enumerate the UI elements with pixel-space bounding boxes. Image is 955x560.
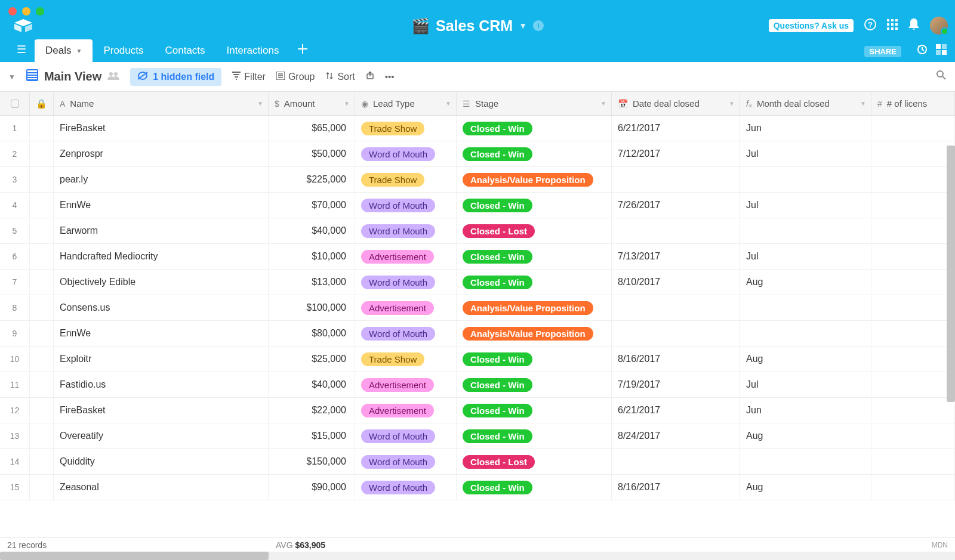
licenses-cell[interactable] <box>871 398 955 423</box>
hidden-fields-button[interactable]: 1 hidden field <box>130 68 221 86</box>
table-row[interactable]: 13Overeatify$15,000Word of MouthClosed -… <box>0 423 955 449</box>
table-row[interactable]: 7Objectively Edible$13,000Word of MouthC… <box>0 270 955 295</box>
amount-cell[interactable]: $40,000 <box>269 372 355 397</box>
amount-cell[interactable]: $90,000 <box>269 475 355 500</box>
stage-column-header[interactable]: ☰Stage▼ <box>457 92 612 115</box>
date-cell[interactable] <box>612 218 740 243</box>
table-row[interactable]: 15Zeasonal$90,000Word of MouthClosed - W… <box>0 475 955 500</box>
stage-cell[interactable]: Closed - Win <box>457 244 612 269</box>
amount-cell[interactable]: $25,000 <box>269 346 355 372</box>
lead-cell[interactable]: Advertisement <box>355 372 457 397</box>
name-cell[interactable]: EnnWe <box>54 193 269 218</box>
name-cell[interactable]: Zeasonal <box>54 475 269 500</box>
table-row[interactable]: 10Exploitr$25,000Trade ShowClosed - Win8… <box>0 346 955 372</box>
licenses-cell[interactable] <box>871 346 955 372</box>
date-cell[interactable]: 7/19/2017 <box>612 372 740 397</box>
licenses-cell[interactable] <box>871 244 955 269</box>
table-row[interactable]: 3pear.ly$225,000Trade ShowAnalysis/Value… <box>0 167 955 193</box>
table-row[interactable]: 8Consens.us$100,000AdvertisementAnalysis… <box>0 295 955 321</box>
licenses-cell[interactable] <box>871 270 955 295</box>
name-cell[interactable]: Earworm <box>54 218 269 243</box>
name-cell[interactable]: Handcrafted Mediocrity <box>54 244 269 269</box>
name-cell[interactable]: pear.ly <box>54 167 269 192</box>
month-cell[interactable] <box>740 167 871 192</box>
summary-avg[interactable]: AVG $63,905 <box>276 540 325 550</box>
horizontal-scrollbar[interactable] <box>0 552 955 560</box>
table-row[interactable]: 1FireBasket$65,000Trade ShowClosed - Win… <box>0 116 955 141</box>
history-icon[interactable] <box>917 44 928 57</box>
amount-cell[interactable]: $40,000 <box>269 218 355 243</box>
date-cell[interactable] <box>612 167 740 192</box>
date-cell[interactable]: 6/21/2017 <box>612 398 740 423</box>
date-cell[interactable]: 7/12/2017 <box>612 141 740 166</box>
amount-cell[interactable]: $15,000 <box>269 423 355 448</box>
lead-cell[interactable]: Word of Mouth <box>355 475 457 500</box>
chevron-down-icon[interactable]: ▼ <box>445 100 451 107</box>
stage-cell[interactable]: Closed - Win <box>457 116 612 141</box>
table-row[interactable]: 9EnnWe$80,000Word of MouthAnalysis/Value… <box>0 321 955 346</box>
amount-cell[interactable]: $65,000 <box>269 116 355 141</box>
views-dropdown-icon[interactable]: ▼ <box>8 73 16 81</box>
amount-cell[interactable]: $150,000 <box>269 449 355 474</box>
name-column-header[interactable]: AName▼ <box>54 92 269 115</box>
month-column-header[interactable]: fₓMonth deal closed▼ <box>740 92 871 115</box>
month-cell[interactable]: Jul <box>740 141 871 166</box>
licenses-cell[interactable] <box>871 321 955 346</box>
month-cell[interactable]: Aug <box>740 475 871 500</box>
sort-button[interactable]: Sort <box>325 72 355 82</box>
vertical-scrollbar-thumb[interactable] <box>947 146 955 402</box>
tab-products[interactable]: Products <box>93 39 154 62</box>
chevron-down-icon[interactable]: ▼ <box>729 100 735 107</box>
lead-cell[interactable]: Advertisement <box>355 295 457 320</box>
view-name[interactable]: Main View <box>26 69 119 84</box>
date-cell[interactable]: 8/16/2017 <box>612 346 740 372</box>
amount-cell[interactable]: $100,000 <box>269 295 355 320</box>
month-cell[interactable]: Aug <box>740 346 871 372</box>
name-cell[interactable]: Fastidio.us <box>54 372 269 397</box>
licenses-cell[interactable] <box>871 218 955 243</box>
stage-cell[interactable]: Analysis/Value Proposition <box>457 321 612 346</box>
date-cell[interactable] <box>612 449 740 474</box>
share-button[interactable]: SHARE <box>864 46 901 57</box>
lead-cell[interactable]: Word of Mouth <box>355 321 457 346</box>
lead-cell[interactable]: Word of Mouth <box>355 141 457 166</box>
licenses-cell[interactable] <box>871 141 955 166</box>
licenses-cell[interactable] <box>871 193 955 218</box>
app-logo-icon[interactable] <box>14 19 32 32</box>
lead-cell[interactable]: Word of Mouth <box>355 218 457 243</box>
date-column-header[interactable]: 📅Date deal closed▼ <box>612 92 740 115</box>
amount-cell[interactable]: $22,000 <box>269 398 355 423</box>
date-cell[interactable]: 7/26/2017 <box>612 193 740 218</box>
chevron-down-icon[interactable]: ▼ <box>257 100 263 107</box>
licenses-cell[interactable] <box>871 475 955 500</box>
amount-cell[interactable]: $70,000 <box>269 193 355 218</box>
amount-cell[interactable]: $10,000 <box>269 244 355 269</box>
name-cell[interactable]: FireBasket <box>54 116 269 141</box>
select-all-checkbox[interactable] <box>11 100 19 108</box>
collaborators-icon[interactable] <box>107 72 119 82</box>
name-cell[interactable]: EnnWe <box>54 321 269 346</box>
tab-interactions[interactable]: Interactions <box>216 39 290 62</box>
minimize-window-button[interactable] <box>22 7 30 16</box>
apps-grid-icon[interactable] <box>887 19 898 33</box>
help-icon[interactable]: ? <box>864 18 876 33</box>
tab-contacts[interactable]: Contacts <box>154 39 215 62</box>
month-cell[interactable]: Jul <box>740 244 871 269</box>
table-row[interactable]: 6Handcrafted Mediocrity$10,000Advertisem… <box>0 244 955 270</box>
lead-cell[interactable]: Advertisement <box>355 398 457 423</box>
stage-cell[interactable]: Closed - Lost <box>457 218 612 243</box>
lead-cell[interactable]: Trade Show <box>355 346 457 372</box>
horizontal-scrollbar-thumb[interactable] <box>0 552 269 560</box>
stage-cell[interactable]: Closed - Win <box>457 141 612 166</box>
date-cell[interactable] <box>612 295 740 320</box>
date-cell[interactable]: 6/21/2017 <box>612 116 740 141</box>
amount-column-header[interactable]: $Amount▼ <box>269 92 355 115</box>
month-cell[interactable]: Jul <box>740 372 871 397</box>
licenses-cell[interactable] <box>871 423 955 448</box>
month-cell[interactable] <box>740 218 871 243</box>
filter-button[interactable]: Filter <box>232 72 266 82</box>
month-cell[interactable]: Jun <box>740 116 871 141</box>
bell-icon[interactable] <box>908 18 919 33</box>
lead-column-header[interactable]: ◉Lead Type▼ <box>355 92 457 115</box>
date-cell[interactable]: 8/16/2017 <box>612 475 740 500</box>
